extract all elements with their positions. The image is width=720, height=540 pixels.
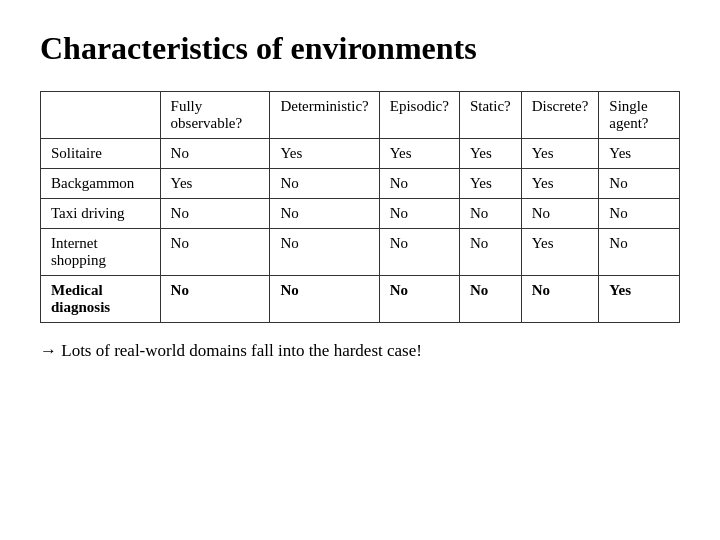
table-cell: No bbox=[270, 169, 379, 199]
table-cell: No bbox=[379, 169, 459, 199]
table-cell: No bbox=[599, 229, 680, 276]
table-row: Internet shoppingNoNoNoNoYesNo bbox=[41, 229, 680, 276]
header-cell-single-agent: Single agent? bbox=[599, 92, 680, 139]
table-cell: No bbox=[599, 199, 680, 229]
table-cell: No bbox=[521, 199, 599, 229]
table-row: BackgammonYesNoNoYesYesNo bbox=[41, 169, 680, 199]
table-cell: No bbox=[379, 276, 459, 323]
page-title: Characteristics of environments bbox=[40, 30, 680, 67]
table-cell: Yes bbox=[160, 169, 270, 199]
table-cell: No bbox=[379, 199, 459, 229]
table-cell: Yes bbox=[459, 139, 521, 169]
row-name-cell: Taxi driving bbox=[41, 199, 161, 229]
header-cell-fully-observable: Fully observable? bbox=[160, 92, 270, 139]
header-cell-episodic: Episodic? bbox=[379, 92, 459, 139]
table-row: Taxi drivingNoNoNoNoNoNo bbox=[41, 199, 680, 229]
header-cell-empty bbox=[41, 92, 161, 139]
header-cell-discrete: Discrete? bbox=[521, 92, 599, 139]
table-cell: Yes bbox=[521, 169, 599, 199]
table-row: SolitaireNoYesYesYesYesYes bbox=[41, 139, 680, 169]
table-cell: No bbox=[459, 229, 521, 276]
table-cell: Yes bbox=[599, 139, 680, 169]
table-cell: No bbox=[459, 199, 521, 229]
table-cell: Yes bbox=[270, 139, 379, 169]
table-cell: No bbox=[599, 169, 680, 199]
table-cell: No bbox=[521, 276, 599, 323]
table-row: Medical diagnosisNoNoNoNoNoYes bbox=[41, 276, 680, 323]
header-cell-static: Static? bbox=[459, 92, 521, 139]
table-cell: Yes bbox=[521, 139, 599, 169]
table-cell: Yes bbox=[521, 229, 599, 276]
table-cell: No bbox=[270, 229, 379, 276]
table-header-row: Fully observable? Deterministic? Episodi… bbox=[41, 92, 680, 139]
table-cell: Yes bbox=[379, 139, 459, 169]
table-cell: Yes bbox=[599, 276, 680, 323]
row-name-cell: Solitaire bbox=[41, 139, 161, 169]
row-name-cell: Medical diagnosis bbox=[41, 276, 161, 323]
table-cell: No bbox=[270, 276, 379, 323]
table-cell: No bbox=[459, 276, 521, 323]
table-cell: No bbox=[160, 199, 270, 229]
header-cell-deterministic: Deterministic? bbox=[270, 92, 379, 139]
footer-text: → Lots of real-world domains fall into t… bbox=[40, 341, 680, 361]
characteristics-table: Fully observable? Deterministic? Episodi… bbox=[40, 91, 680, 323]
table-cell: No bbox=[160, 229, 270, 276]
table-cell: No bbox=[160, 276, 270, 323]
table-cell: No bbox=[160, 139, 270, 169]
row-name-cell: Internet shopping bbox=[41, 229, 161, 276]
table-cell: No bbox=[379, 229, 459, 276]
row-name-cell: Backgammon bbox=[41, 169, 161, 199]
table-cell: Yes bbox=[459, 169, 521, 199]
table-cell: No bbox=[270, 199, 379, 229]
